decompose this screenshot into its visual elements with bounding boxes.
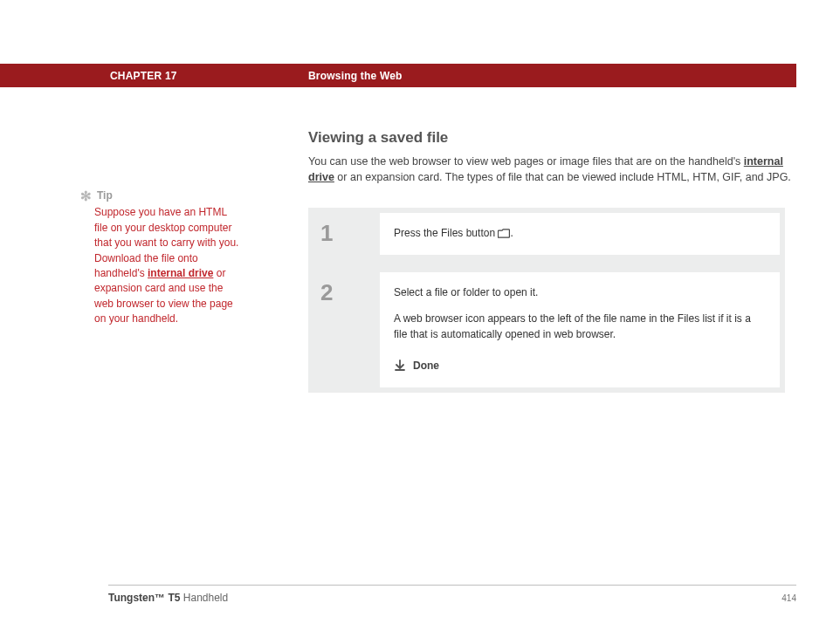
step-body: Press the Files button . — [380, 213, 780, 255]
tip-sidebar: ✻ Tip Suppose you have an HTML file on y… — [94, 188, 243, 327]
tip-title-row: ✻ Tip — [94, 188, 243, 203]
document-page: CHAPTER 17 Browsing the Web ✻ Tip Suppos… — [0, 0, 833, 644]
main-content: Viewing a saved file You can use the web… — [308, 129, 794, 393]
footer-product-rest: Handheld — [180, 592, 228, 604]
asterisk-icon: ✻ — [80, 189, 92, 202]
step-number: 2 — [308, 267, 380, 393]
step-number: 1 — [308, 208, 380, 260]
chapter-number: CHAPTER 17 — [110, 70, 177, 82]
chapter-header: CHAPTER 17 Browsing the Web — [0, 64, 796, 87]
step2-line2: A web browser icon appears to the left o… — [394, 311, 766, 342]
done-label: Done — [413, 358, 439, 373]
step-row: 1 Press the Files button . — [308, 208, 785, 260]
steps-container: 1 Press the Files button . 2 Select a fi… — [308, 208, 785, 393]
step2-line1: Select a file or folder to open it. — [394, 284, 766, 300]
done-row: Done — [394, 358, 766, 373]
footer-page-number: 414 — [781, 593, 796, 603]
intro-after: or an expansion card. The types of file … — [334, 171, 791, 183]
folder-icon — [498, 227, 510, 239]
tip-link-internal-drive[interactable]: internal drive — [148, 267, 213, 279]
step-body: Select a file or folder to open it. A we… — [380, 272, 780, 387]
footer-product-bold: Tungsten™ T5 — [108, 592, 180, 604]
intro-before: You can use the web browser to view web … — [308, 155, 744, 168]
done-arrow-icon — [394, 360, 406, 372]
tip-label: Tip — [97, 188, 113, 203]
tip-body: Suppose you have an HTML file on your de… — [94, 205, 243, 326]
chapter-title: Browsing the Web — [308, 70, 403, 82]
step1-after: . — [510, 227, 513, 239]
intro-paragraph: You can use the web browser to view web … — [308, 154, 794, 185]
page-heading: Viewing a saved file — [308, 129, 794, 147]
step1-before: Press the Files button — [394, 227, 498, 239]
step1-text: Press the Files button . — [394, 225, 766, 241]
footer-rule — [108, 585, 796, 586]
step-row: 2 Select a file or folder to open it. A … — [308, 260, 785, 393]
footer-product: Tungsten™ T5 Handheld — [108, 592, 228, 604]
